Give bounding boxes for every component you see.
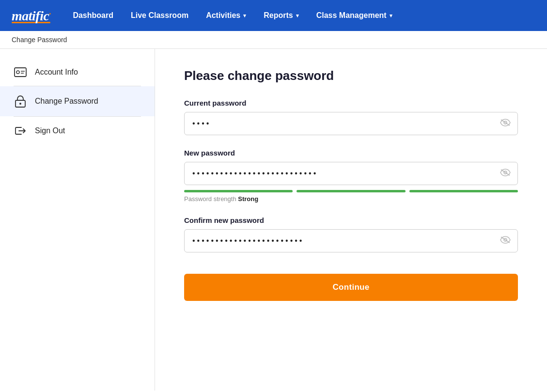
new-password-group: New password Password strength [184,149,518,203]
id-card-icon [14,67,27,77]
confirm-password-input[interactable] [185,230,517,252]
change-password-label: Change Password [35,97,98,106]
confirm-password-wrapper [184,229,518,252]
activities-chevron-icon: ▾ [243,13,246,19]
sidebar: Account Info Change Password Sign Out [0,49,155,391]
sign-out-icon [14,125,27,136]
svg-point-5 [19,103,21,105]
nav-reports[interactable]: Reports ▾ [257,0,305,31]
password-strength-text: Password strength Strong [184,195,518,203]
main-content: Please change password Current password … [155,49,547,391]
new-password-label: New password [184,149,518,157]
strength-bar-1 [184,190,293,192]
new-password-input[interactable] [185,162,517,185]
nav-activities[interactable]: Activities ▾ [199,0,253,31]
class-management-chevron-icon: ▾ [390,13,392,19]
sidebar-item-sign-out[interactable]: Sign Out [0,117,155,145]
main-layout: Account Info Change Password Sign Out [0,49,547,391]
toggle-current-password-icon[interactable] [500,119,511,129]
breadcrumb: Change Password [0,31,547,49]
current-password-wrapper [184,112,518,135]
account-info-label: Account Info [35,68,78,77]
nav-dashboard[interactable]: Dashboard [66,0,120,31]
current-password-label: Current password [184,99,518,107]
current-password-group: Current password [184,99,518,135]
logo[interactable]: matific• [12,8,50,23]
toggle-confirm-password-icon[interactable] [500,236,511,246]
sidebar-item-account-info[interactable]: Account Info [0,59,155,86]
sidebar-item-change-password[interactable]: Change Password [0,86,155,116]
nav-live-classroom[interactable]: Live Classroom [124,0,195,31]
reports-chevron-icon: ▾ [296,13,299,19]
toggle-new-password-icon[interactable] [500,169,511,179]
sign-out-label: Sign Out [35,126,65,135]
svg-point-1 [16,71,19,74]
nav-class-management[interactable]: Class Management ▾ [310,0,399,31]
continue-button[interactable]: Continue [184,274,518,301]
current-password-input[interactable] [185,112,517,135]
lock-icon [14,95,27,108]
strength-value: Strong [238,195,258,203]
page-title: Please change password [184,68,518,83]
password-strength-bars [184,190,518,192]
navbar: matific• Dashboard Live Classroom Activi… [0,0,547,31]
new-password-wrapper [184,162,518,185]
strength-bar-3 [409,190,518,192]
confirm-password-label: Confirm new password [184,216,518,224]
nav-links: Dashboard Live Classroom Activities ▾ Re… [66,0,535,31]
strength-bar-2 [297,190,405,192]
confirm-password-group: Confirm new password [184,216,518,252]
